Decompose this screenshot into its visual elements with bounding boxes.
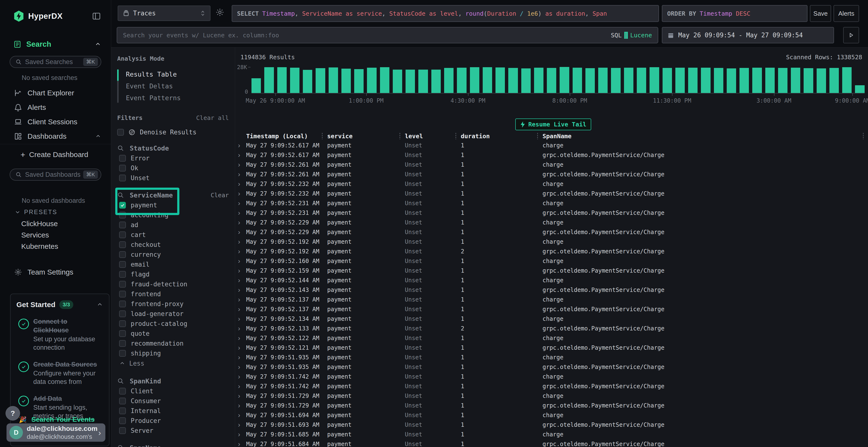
user-menu[interactable]: D dale@clickhouse.com dale@clickhouse.co… bbox=[6, 423, 105, 442]
histogram-bar[interactable] bbox=[662, 68, 672, 93]
save-button[interactable]: Save bbox=[810, 5, 831, 22]
histogram-bar[interactable] bbox=[418, 70, 428, 93]
sidebar-item-search[interactable]: Search bbox=[0, 38, 111, 50]
histogram-bar[interactable] bbox=[817, 68, 826, 93]
analysis-mode-event-deltas[interactable]: Event Deltas bbox=[126, 80, 229, 92]
table-row[interactable]: ›May 27 9:09:52.232 AMpaymentUnset1grpc.… bbox=[235, 189, 868, 199]
table-row[interactable]: ›May 27 9:09:52.137 AMpaymentUnset1grpc.… bbox=[235, 304, 868, 314]
histogram-bar[interactable] bbox=[791, 68, 800, 93]
filter-option-frontend-proxy[interactable]: frontend-proxy bbox=[117, 299, 229, 309]
filter-checkbox[interactable] bbox=[119, 398, 126, 404]
column-divider[interactable] bbox=[537, 133, 538, 139]
lang-lucene[interactable]: Lucene bbox=[630, 32, 652, 39]
row-expand-icon[interactable]: › bbox=[238, 421, 246, 428]
row-expand-icon[interactable]: › bbox=[238, 306, 246, 313]
presets-toggle[interactable]: PRESETS bbox=[14, 209, 57, 215]
histogram-bar[interactable] bbox=[290, 68, 300, 93]
table-row[interactable]: ›May 27 9:09:51.693 AMpaymentUnset1grpc.… bbox=[235, 420, 868, 429]
filter-option-internal[interactable]: Internal bbox=[117, 406, 229, 416]
table-row[interactable]: ›May 27 9:09:52.261 AMpaymentUnset1charg… bbox=[235, 160, 868, 170]
col-duration[interactable]: duration bbox=[461, 133, 542, 140]
row-expand-icon[interactable]: › bbox=[238, 412, 246, 419]
row-expand-icon[interactable]: › bbox=[238, 344, 246, 351]
row-expand-icon[interactable]: › bbox=[238, 267, 246, 274]
col-spanname[interactable]: SpanName bbox=[542, 133, 858, 140]
filter-checkbox[interactable] bbox=[119, 417, 126, 424]
histogram-bar[interactable] bbox=[701, 68, 710, 93]
filter-checkbox[interactable] bbox=[119, 241, 126, 248]
get-started-header[interactable]: Get Started 3/3 bbox=[17, 300, 103, 309]
histogram-bar[interactable] bbox=[534, 68, 544, 93]
histogram-bar[interactable] bbox=[611, 68, 620, 93]
row-expand-icon[interactable]: › bbox=[238, 335, 246, 342]
row-expand-icon[interactable]: › bbox=[238, 209, 246, 216]
row-expand-icon[interactable]: › bbox=[238, 200, 246, 207]
filter-option-product-catalog[interactable]: product-catalog bbox=[117, 319, 229, 329]
table-row[interactable]: ›May 27 9:09:52.160 AMpaymentUnset1charg… bbox=[235, 256, 868, 266]
preset-link-services[interactable]: Services bbox=[21, 231, 49, 239]
filter-checkbox[interactable] bbox=[119, 155, 126, 162]
table-row[interactable]: ›May 27 9:09:52.144 AMpaymentUnset1charg… bbox=[235, 276, 868, 285]
table-row[interactable]: ›May 27 9:09:52.192 AMpaymentUnset1charg… bbox=[235, 237, 868, 247]
row-expand-icon[interactable]: › bbox=[238, 441, 246, 447]
histogram-bar[interactable] bbox=[508, 68, 518, 93]
filter-option-ok[interactable]: Ok bbox=[117, 163, 229, 173]
histogram-bar[interactable] bbox=[444, 68, 454, 93]
histogram-bar[interactable] bbox=[830, 68, 839, 93]
filter-option-cart[interactable]: cart bbox=[117, 230, 229, 240]
filter-option-error[interactable]: Error bbox=[117, 153, 229, 163]
histogram-bar[interactable] bbox=[727, 68, 736, 93]
histogram-bar[interactable] bbox=[765, 68, 775, 93]
table-row[interactable]: ›May 27 9:09:52.232 AMpaymentUnset1charg… bbox=[235, 179, 868, 189]
filter-checkbox[interactable] bbox=[119, 212, 126, 218]
filter-option-checkout[interactable]: checkout bbox=[117, 240, 229, 249]
filter-option-load-generator[interactable]: load-generator bbox=[117, 309, 229, 319]
histogram-bar[interactable] bbox=[354, 69, 364, 93]
table-row[interactable]: ›May 27 9:09:52.229 AMpaymentUnset1grpc.… bbox=[235, 227, 868, 237]
histogram-bar[interactable] bbox=[495, 67, 505, 93]
table-row[interactable]: ›May 27 9:09:52.134 AMpaymentUnset1charg… bbox=[235, 314, 868, 324]
table-row[interactable]: ›May 27 9:09:52.617 AMpaymentUnset1charg… bbox=[235, 141, 868, 150]
filter-option-producer[interactable]: Producer bbox=[117, 416, 229, 425]
run-query-button[interactable] bbox=[843, 27, 859, 43]
saved-dashboards-input[interactable]: Saved Dashboards ⌘K bbox=[10, 169, 101, 181]
filter-checkbox[interactable] bbox=[119, 271, 126, 278]
get-started-item[interactable]: Connect to ClickHouseSet up your databas… bbox=[17, 317, 103, 352]
sidebar-item-team-settings[interactable]: Team Settings bbox=[0, 265, 111, 279]
row-expand-icon[interactable]: › bbox=[238, 277, 246, 284]
filter-option-ad[interactable]: ad bbox=[117, 220, 229, 230]
help-button[interactable]: ? bbox=[5, 406, 20, 420]
filter-checkbox[interactable] bbox=[119, 330, 126, 337]
histogram-bar[interactable] bbox=[264, 67, 274, 93]
column-divider[interactable] bbox=[322, 133, 322, 139]
table-row[interactable]: ›May 27 9:09:52.133 AMpaymentUnset2grpc.… bbox=[235, 324, 868, 333]
histogram-bar[interactable] bbox=[560, 67, 569, 93]
table-row[interactable]: ›May 27 9:09:51.742 AMpaymentUnset1charg… bbox=[235, 372, 868, 381]
histogram-bar[interactable] bbox=[650, 67, 659, 93]
table-row[interactable]: ›May 27 9:09:51.729 AMpaymentUnset1charg… bbox=[235, 391, 868, 401]
histogram-bar[interactable] bbox=[637, 68, 646, 93]
sidebar-item-dashboards[interactable]: Dashboards bbox=[0, 129, 111, 143]
table-row[interactable]: ›May 27 9:09:52.229 AMpaymentUnset1charg… bbox=[235, 218, 868, 227]
row-expand-icon[interactable]: › bbox=[238, 402, 246, 409]
histogram-bar[interactable] bbox=[521, 68, 531, 93]
analysis-mode-results-table[interactable]: Results Table bbox=[126, 68, 229, 80]
filter-option-client[interactable]: Client bbox=[117, 386, 229, 396]
histogram-bar[interactable] bbox=[688, 68, 698, 93]
analysis-mode-event-patterns[interactable]: Event Patterns bbox=[126, 92, 229, 104]
histogram-bar[interactable] bbox=[585, 68, 595, 93]
filter-checkbox[interactable] bbox=[119, 221, 126, 228]
row-expand-icon[interactable]: › bbox=[238, 392, 246, 399]
row-expand-icon[interactable]: › bbox=[238, 364, 246, 370]
row-expand-icon[interactable]: › bbox=[238, 383, 246, 390]
table-row[interactable]: ›May 27 9:09:51.684 AMpaymentUnset1grpc.… bbox=[235, 439, 868, 447]
preset-link-kubernetes[interactable]: Kubernetes bbox=[21, 242, 58, 250]
show-less-toggle[interactable]: Less bbox=[117, 358, 229, 369]
filter-checkbox[interactable] bbox=[119, 202, 126, 209]
histogram-bar[interactable] bbox=[778, 68, 787, 93]
create-dashboard-button[interactable]: + Create Dashboard bbox=[0, 147, 111, 162]
filter-option-currency[interactable]: currency bbox=[117, 249, 229, 260]
row-expand-icon[interactable]: › bbox=[238, 161, 246, 168]
get-started-item[interactable]: Create Data SourcesConfigure where your … bbox=[17, 360, 103, 386]
source-select[interactable]: Traces bbox=[118, 5, 211, 21]
